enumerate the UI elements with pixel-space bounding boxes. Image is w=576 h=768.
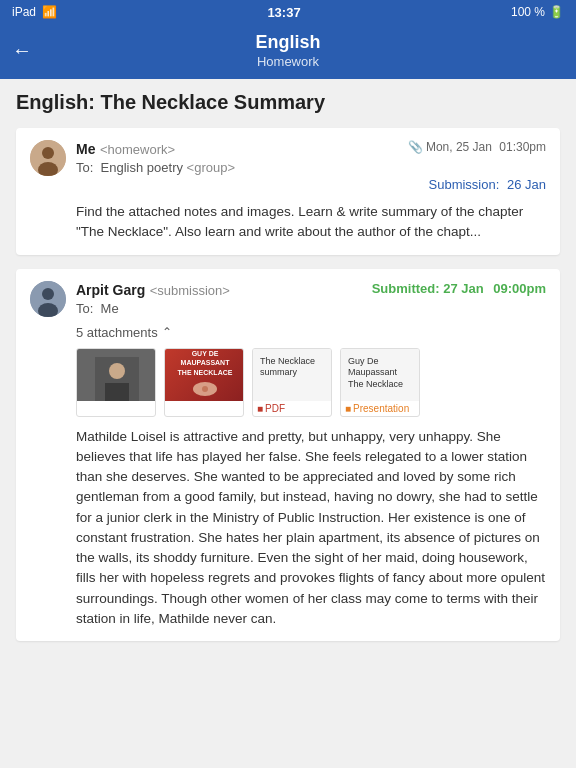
wifi-icon: 📶 bbox=[42, 5, 57, 19]
attachment-icon-1: 📎 bbox=[408, 140, 423, 154]
attachment-item-1[interactable] bbox=[76, 348, 156, 417]
message-body-1: Find the attached notes and images. Lear… bbox=[30, 202, 546, 243]
status-bar: iPad 📶 13:37 100 % 🔋 bbox=[0, 0, 576, 24]
to-line-1: To: English poetry <group> bbox=[76, 160, 546, 175]
header-title-group: English Homework bbox=[16, 32, 560, 69]
message-header-1: Me <homework> 📎 Mon, 25 Jan 01:30pm To: … bbox=[30, 140, 546, 192]
attachments-section: 5 attachments ⌃ bbox=[30, 325, 546, 417]
attachment-thumb-pdf: The Necklace su­mmary bbox=[253, 349, 332, 401]
content-area: English: The Necklace Summary Me <homewo… bbox=[0, 79, 576, 765]
message-card-1: Me <homework> 📎 Mon, 25 Jan 01:30pm To: … bbox=[16, 128, 560, 255]
message-header-2: Arpit Garg <submission> Submitted: 27 Ja… bbox=[30, 281, 546, 317]
submission-line-1: Submission: 26 Jan bbox=[76, 177, 546, 192]
submitted-line-2: Submitted: 27 Jan 09:00pm bbox=[372, 281, 546, 296]
svg-point-1 bbox=[42, 147, 54, 159]
svg-point-7 bbox=[109, 363, 125, 379]
attachments-toggle[interactable]: 5 attachments ⌃ bbox=[76, 325, 546, 340]
attachment-item-2[interactable]: GUY DEMAUPASSANTTHE NECKLACE bbox=[164, 348, 244, 417]
svg-point-10 bbox=[202, 386, 208, 392]
date-info-1: 📎 Mon, 25 Jan 01:30pm bbox=[408, 140, 546, 154]
sender-type-2: <submission> bbox=[150, 283, 230, 298]
pdf-badge: ■ PDF bbox=[253, 401, 331, 416]
battery-icon: 🔋 bbox=[549, 5, 564, 19]
header-subtitle: Homework bbox=[16, 54, 560, 70]
avatar-arpit bbox=[30, 281, 66, 317]
message-meta-1: Me <homework> 📎 Mon, 25 Jan 01:30pm To: … bbox=[76, 140, 546, 192]
sender-name-1: Me <homework> bbox=[76, 140, 175, 158]
device-label: iPad bbox=[12, 5, 36, 19]
attachments-grid: GUY DEMAUPASSANTTHE NECKLACE The Necklac… bbox=[76, 348, 546, 417]
sender-name-2: Arpit Garg <submission> bbox=[76, 281, 230, 299]
message-body-2: Mathilde Loisel is attractive and pretty… bbox=[30, 427, 546, 630]
ppt-badge: ■ Presentation bbox=[341, 401, 419, 416]
message-card-2: Arpit Garg <submission> Submitted: 27 Ja… bbox=[16, 269, 560, 642]
sender-line-2: Arpit Garg <submission> Submitted: 27 Ja… bbox=[76, 281, 546, 299]
back-button[interactable]: ← bbox=[12, 35, 40, 66]
message-meta-2: Arpit Garg <submission> Submitted: 27 Ja… bbox=[76, 281, 546, 316]
svg-point-4 bbox=[42, 288, 54, 300]
status-right: 100 % 🔋 bbox=[511, 5, 564, 19]
status-time: 13:37 bbox=[267, 5, 300, 20]
avatar-me bbox=[30, 140, 66, 176]
status-left: iPad 📶 bbox=[12, 5, 57, 19]
attachment-thumb-presentation: Guy De Maupass­ant The Necklace bbox=[341, 349, 420, 401]
chevron-up-icon: ⌃ bbox=[162, 325, 172, 339]
sender-line-1: Me <homework> 📎 Mon, 25 Jan 01:30pm bbox=[76, 140, 546, 158]
attachment-item-4[interactable]: Guy De Maupass­ant The Necklace ■ Presen… bbox=[340, 348, 420, 417]
sender-type-1: <homework> bbox=[100, 142, 175, 157]
header: ← English Homework bbox=[0, 24, 576, 79]
svg-rect-8 bbox=[105, 383, 129, 401]
to-line-2: To: Me bbox=[76, 301, 546, 316]
attachment-thumb-book: GUY DEMAUPASSANTTHE NECKLACE bbox=[165, 349, 244, 401]
header-title: English bbox=[16, 32, 560, 54]
battery-label: 100 % bbox=[511, 5, 545, 19]
page-title: English: The Necklace Summary bbox=[16, 91, 560, 114]
attachment-thumb-portrait bbox=[77, 349, 156, 401]
attachment-item-3[interactable]: The Necklace su­mmary ■ PDF bbox=[252, 348, 332, 417]
